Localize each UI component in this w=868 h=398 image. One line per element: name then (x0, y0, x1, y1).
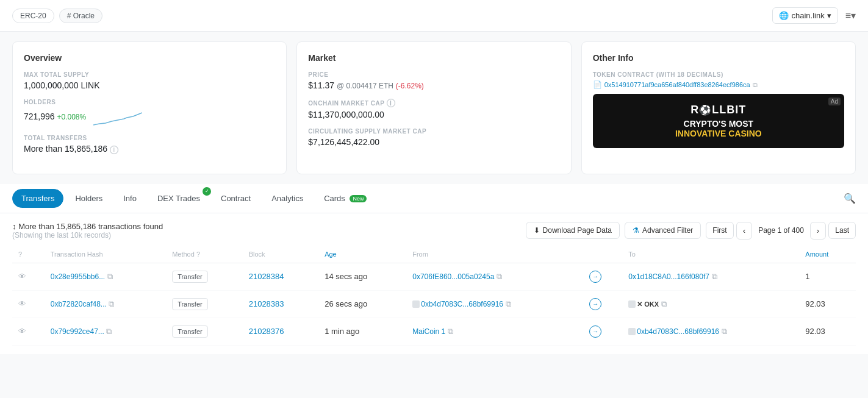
holders-label: HOLDERS (24, 99, 275, 105)
copy-icon[interactable]: ⧉ (753, 81, 758, 89)
col-amount: Amount (799, 246, 856, 263)
total-transfers-value: More than 15,865,186 i (24, 144, 275, 154)
copy-from-icon[interactable]: ⧉ (448, 327, 453, 336)
tx-amount: 1 (805, 272, 809, 281)
price-value: $11.37 @ 0.004417 ETH (-6.62%) (308, 80, 559, 90)
prev-page-button[interactable]: ‹ (736, 222, 752, 240)
to-pixel-icon (628, 300, 636, 308)
other-info-card: Other Info TOKEN CONTRACT (WITH 18 DECIM… (581, 41, 856, 174)
col-help-icon[interactable]: ? (18, 251, 22, 258)
ad-label: Ad (828, 98, 841, 105)
first-page-button[interactable]: First (706, 222, 733, 239)
token-contract-label: TOKEN CONTRACT (WITH 18 DECIMALS) (593, 71, 844, 78)
dex-trades-check-badge: ✓ (203, 187, 211, 196)
last-page-button[interactable]: Last (828, 222, 856, 239)
holders-sparkline (93, 108, 142, 126)
tab-info[interactable]: Info (114, 189, 146, 208)
block-number[interactable]: 21028376 (249, 327, 284, 336)
tab-contract[interactable]: Contract (212, 189, 260, 208)
page-info: Page 1 of 400 (755, 226, 808, 235)
oracle-tag[interactable]: # Oracle (59, 9, 102, 23)
copy-from-icon[interactable]: ⧉ (497, 272, 502, 281)
tab-transfers[interactable]: Transfers (12, 189, 63, 208)
tab-analytics[interactable]: Analytics (262, 189, 312, 208)
from-address[interactable]: 0xb4d7083C...68bf69916 (421, 300, 503, 308)
direction-arrow: → (589, 325, 601, 338)
tab-list: Transfers Holders Info DEX Trades ✓ Cont… (12, 189, 376, 208)
download-page-data-button[interactable]: ⬇ Download Page Data (526, 222, 620, 239)
tabs-bar: Transfers Holders Info DEX Trades ✓ Cont… (0, 184, 868, 213)
row-eye-icon[interactable]: 👁 (18, 327, 26, 336)
search-icon[interactable]: 🔍 (844, 193, 856, 204)
row-eye-icon[interactable]: 👁 (18, 272, 26, 281)
download-icon: ⬇ (534, 226, 540, 235)
overview-card: Overview MAX TOTAL SUPPLY 1,000,000,000 … (12, 41, 287, 174)
transfers-info-icon[interactable]: i (110, 146, 118, 154)
tab-dex-trades[interactable]: DEX Trades ✓ (148, 189, 209, 208)
globe-icon: 🌐 (779, 11, 789, 20)
onchain-mcap-label: ONCHAIN MARKET CAP i (308, 99, 559, 107)
tx-hash[interactable]: 0xb72820caf48... (51, 300, 107, 308)
onchain-mcap-info-icon[interactable]: i (387, 99, 395, 107)
direction-arrow: → (589, 271, 601, 283)
circ-mcap-label: CIRCULATING SUPPLY MARKET CAP (308, 128, 559, 135)
to-address[interactable]: 0x1d18C8A0...166f080f7 (628, 272, 709, 281)
table-section: ↕ More than 15,865,186 transactions foun… (0, 213, 868, 354)
copy-hash-icon[interactable]: ⧉ (109, 299, 114, 308)
col-block: Block (243, 246, 318, 263)
col-age: Age (318, 246, 406, 263)
sort-icon: ↕ (12, 222, 16, 231)
method-badge: Transfer (172, 325, 208, 338)
tab-cards[interactable]: Cards New (315, 189, 376, 208)
chain-link-selector[interactable]: 🌐 chain.link ▾ (772, 7, 838, 24)
total-transfers-label: TOTAL TRANSFERS (24, 135, 275, 141)
ad-banner[interactable]: Ad R⚽LLBIT CRYPTO'S MOST INNOVATIVE CASI… (593, 94, 844, 148)
method-badge: Transfer (172, 271, 208, 283)
copy-to-icon[interactable]: ⧉ (661, 299, 667, 308)
holders-value: 721,996 +0.008% (24, 108, 275, 126)
tab-holders[interactable]: Holders (66, 189, 112, 208)
from-address[interactable]: 0x706fE860...005a0245a (412, 272, 494, 281)
table-row: 👁 0xb72820caf48... ⧉ Transfer 21028383 2… (12, 290, 856, 318)
overview-title: Overview (24, 53, 275, 63)
row-eye-icon[interactable]: 👁 (18, 299, 26, 308)
ad-logo: R⚽LLBIT (603, 104, 834, 116)
method-badge: Transfer (172, 298, 208, 310)
copy-from-icon[interactable]: ⧉ (506, 299, 511, 308)
transactions-table: ? Transaction Hash Method ? Block Age Fr… (12, 246, 856, 346)
block-number[interactable]: 21028384 (249, 272, 284, 281)
tx-hash[interactable]: 0x28e9955bb6... (51, 272, 105, 281)
market-title: Market (308, 53, 559, 63)
erc20-tag[interactable]: ERC-20 (12, 9, 54, 23)
copy-hash-icon[interactable]: ⧉ (106, 327, 112, 336)
cards-new-badge: New (350, 195, 367, 202)
price-label: PRICE (308, 71, 559, 78)
tx-count: ↕ More than 15,865,186 transactions foun… (12, 222, 163, 231)
market-card: Market PRICE $11.37 @ 0.004417 ETH (-6.6… (296, 41, 571, 174)
max-supply-value: 1,000,000,000 LINK (24, 80, 275, 90)
contract-address-row: 📄 0x514910771af9ca656af840dff83e8264ecf9… (593, 80, 844, 89)
to-pixel-icon (628, 328, 636, 335)
tx-hash[interactable]: 0x79c992ce47... (51, 327, 104, 336)
advanced-filter-button[interactable]: ⚗ Advanced Filter (625, 222, 701, 239)
block-number[interactable]: 21028383 (249, 299, 284, 308)
col-to: To (622, 246, 799, 263)
copy-file-icon: 📄 (593, 80, 602, 89)
holders-change: +0.008% (57, 113, 87, 121)
from-address[interactable]: MaiCoin 1 (412, 327, 445, 336)
circ-mcap-value: $7,126,445,422.00 (308, 137, 559, 147)
contract-address[interactable]: 0x514910771af9ca656af840dff83e8264ecf986… (604, 81, 750, 88)
copy-to-icon[interactable]: ⧉ (712, 272, 717, 281)
to-address[interactable]: 0xb4d7083C...68bf69916 (637, 327, 719, 336)
tx-showing: (Showing the last 10k records) (12, 231, 163, 240)
to-address[interactable]: ✕ OKX (637, 300, 659, 308)
copy-to-icon[interactable]: ⧉ (722, 327, 727, 336)
copy-hash-icon[interactable]: ⧉ (107, 272, 113, 281)
tx-age: 14 secs ago (325, 272, 367, 281)
list-view-icon[interactable]: ≡▾ (845, 10, 856, 21)
tx-age: 26 secs ago (325, 299, 367, 308)
other-info-title: Other Info (593, 53, 844, 63)
table-row: 👁 0x79c992ce47... ⧉ Transfer 21028376 1 … (12, 318, 856, 345)
next-page-button[interactable]: › (810, 222, 826, 240)
chain-link-label: chain.link (791, 11, 824, 20)
